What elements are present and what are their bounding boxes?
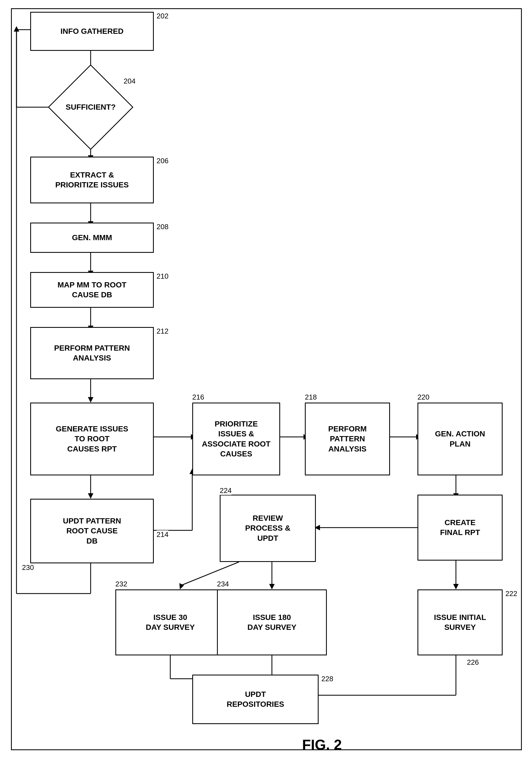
ref-202: 202 bbox=[157, 12, 168, 20]
info-gathered-label: INFO GATHERED bbox=[60, 26, 124, 36]
create-final-rpt-box: CREATE FINAL RPT bbox=[418, 495, 502, 561]
ref-228: 228 bbox=[321, 675, 333, 683]
ref-234: 234 bbox=[217, 580, 229, 588]
prioritize-issues-label: PRIORITIZE ISSUES & ASSOCIATE ROOT CAUSE… bbox=[202, 419, 271, 459]
perform-pattern2-label: PERFORM PATTERN ANALYSIS bbox=[328, 424, 366, 454]
ref-214: 214 bbox=[157, 530, 168, 539]
extract-prioritize-label: EXTRACT & PRIORITIZE ISSUES bbox=[55, 170, 129, 190]
map-mm-label: MAP MM TO ROOT CAUSE DB bbox=[58, 280, 127, 300]
gen-mmm-label: GEN. MMM bbox=[72, 233, 112, 243]
ref-204: 204 bbox=[124, 77, 135, 86]
perform-pattern-label: PERFORM PATTERN ANALYSIS bbox=[54, 343, 130, 363]
review-process-box: REVIEW PROCESS & UPDT bbox=[220, 495, 316, 562]
gen-mmm-box: GEN. MMM bbox=[30, 223, 154, 253]
ref-220: 220 bbox=[418, 393, 429, 402]
generate-issues-box: GENERATE ISSUES TO ROOT CAUSES RPT bbox=[30, 403, 154, 475]
perform-pattern2-box: PERFORM PATTERN ANALYSIS bbox=[305, 403, 390, 475]
issue-30-label: ISSUE 30 DAY SURVEY bbox=[146, 613, 195, 633]
sufficient-diamond: SUFFICIENT? bbox=[60, 77, 121, 137]
ref-224: 224 bbox=[220, 487, 232, 495]
ref-212: 212 bbox=[157, 327, 168, 336]
sufficient-label: SUFFICIENT? bbox=[66, 102, 116, 112]
review-process-label: REVIEW PROCESS & UPDT bbox=[245, 513, 291, 543]
ref-226: 226 bbox=[467, 658, 479, 667]
issue-initial-survey-box: ISSUE INITIAL SURVEY bbox=[418, 589, 502, 655]
updt-pattern-box: UPDT PATTERN ROOT CAUSE DB bbox=[30, 499, 154, 563]
gen-action-plan-box: GEN. ACTION PLAN bbox=[418, 403, 502, 475]
info-gathered-box: INFO GATHERED bbox=[30, 12, 154, 51]
perform-pattern-box: PERFORM PATTERN ANALYSIS bbox=[30, 327, 154, 379]
issue-180-label: ISSUE 180 DAY SURVEY bbox=[247, 613, 297, 633]
fig-label: FIG. 2 bbox=[302, 736, 342, 753]
prioritize-issues-box: PRIORITIZE ISSUES & ASSOCIATE ROOT CAUSE… bbox=[192, 403, 280, 475]
ref-210: 210 bbox=[157, 272, 168, 280]
diagram-container: INFO GATHERED 202 SUFFICIENT? 204 EXTRAC… bbox=[0, 0, 532, 762]
ref-232: 232 bbox=[115, 580, 127, 588]
ref-208: 208 bbox=[157, 223, 168, 231]
ref-230: 230 bbox=[22, 563, 34, 572]
issue-initial-survey-label: ISSUE INITIAL SURVEY bbox=[434, 613, 486, 633]
generate-issues-label: GENERATE ISSUES TO ROOT CAUSES RPT bbox=[56, 424, 128, 454]
issue-180-survey-box: ISSUE 180 DAY SURVEY bbox=[217, 589, 327, 655]
extract-prioritize-box: EXTRACT & PRIORITIZE ISSUES bbox=[30, 157, 154, 203]
gen-action-plan-label: GEN. ACTION PLAN bbox=[435, 429, 485, 449]
ref-218: 218 bbox=[305, 393, 317, 402]
updt-pattern-label: UPDT PATTERN ROOT CAUSE DB bbox=[63, 516, 121, 546]
map-mm-box: MAP MM TO ROOT CAUSE DB bbox=[30, 272, 154, 308]
issue-30-survey-box: ISSUE 30 DAY SURVEY bbox=[115, 589, 225, 655]
updt-repos-label: UPDT REPOSITORIES bbox=[227, 689, 284, 710]
create-final-rpt-label: CREATE FINAL RPT bbox=[440, 518, 480, 538]
ref-222: 222 bbox=[505, 589, 517, 598]
ref-206: 206 bbox=[157, 157, 168, 165]
ref-216: 216 bbox=[192, 393, 204, 402]
updt-repos-box: UPDT REPOSITORIES bbox=[192, 675, 319, 724]
